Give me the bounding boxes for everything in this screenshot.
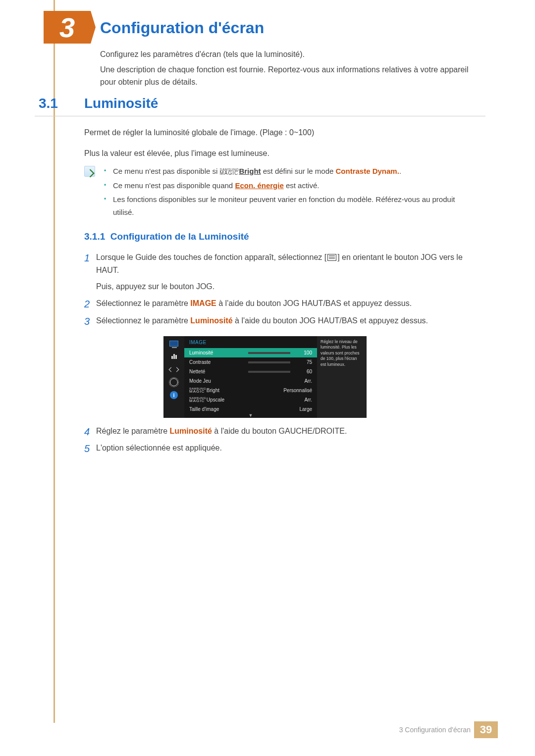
step-number: 2 — [84, 296, 90, 312]
footer-chapter-label: 3 Configuration d'écran — [399, 726, 471, 734]
note1-pre: Ce menu n'est pas disponible si — [113, 167, 220, 175]
osd-row-magic-bright[interactable]: SAMSUNGMAGICBright Personnalisé — [184, 386, 317, 395]
step2-text-a: Sélectionnez le paramètre — [96, 299, 190, 307]
section-number: 3.1 — [39, 96, 58, 111]
step2-text-b: à l'aide du bouton JOG HAUT/BAS et appuy… — [216, 299, 412, 307]
section-rule — [35, 116, 485, 116]
step-4: 4 Réglez le paramètre Luminosité à l'aid… — [84, 425, 481, 438]
osd-slider[interactable] — [248, 352, 290, 354]
intro-paragraph-1: Configurez les paramètres d'écran (tels … — [100, 49, 477, 61]
note2-link: Econ. énergie — [235, 181, 283, 190]
osd-row-label: Luminosité — [189, 349, 248, 357]
osd-row-nettete[interactable]: Netteté 60 — [184, 367, 317, 376]
subsection-number: 3.1.1 — [84, 231, 105, 242]
osd-row-value: 100 — [293, 349, 312, 357]
osd-icon-column: i — [163, 336, 184, 418]
step-number: 4 — [84, 424, 90, 440]
step4-text-b: à l'aide du bouton GAUCHE/DROITE. — [212, 427, 347, 435]
note-list: Ce menu n'est pas disponible si SAMSUNGM… — [104, 165, 476, 220]
osd-row-mode-jeu[interactable]: Mode Jeu Arr. — [184, 376, 317, 386]
step-2: 2 Sélectionnez le paramètre IMAGE à l'ai… — [84, 297, 481, 310]
osd-slider[interactable] — [248, 371, 290, 373]
step4-highlight: Luminosité — [170, 427, 212, 435]
step4-text-a: Réglez le paramètre — [96, 427, 170, 435]
osd-row-label: SAMSUNGMAGICBright — [189, 387, 253, 395]
osd-row-label: SAMSUNGMAGICUpscale — [189, 396, 253, 404]
note2-end: est activé. — [284, 181, 320, 190]
note2-pre: Ce menu n'est pas disponible quand — [113, 181, 235, 190]
step3-text-b: à l'aide du bouton JOG HAUT/BAS et appuy… — [233, 316, 428, 325]
osd-slider[interactable] — [248, 361, 290, 363]
osd-row-value: Personnalisé — [253, 387, 312, 395]
step1-text-a: Lorsque le Guide des touches de fonction… — [96, 253, 326, 261]
osd-row-magic-upscale[interactable]: SAMSUNGMAGICUpscale Arr. — [184, 395, 317, 404]
step-5: 5 L'option sélectionnée est appliquée. — [84, 442, 481, 454]
step-number: 1 — [84, 250, 90, 266]
body-paragraph-1: Permet de régler la luminosité globale d… — [84, 126, 481, 139]
osd-main: IMAGE Luminosité 100 Contraste 75 Nettet… — [184, 336, 317, 418]
osd-row-contraste[interactable]: Contraste 75 — [184, 357, 317, 367]
step1-text-c: Puis, appuyez sur le bouton JOG. — [96, 280, 481, 293]
step-1: 1 Lorsque le Guide des touches de foncti… — [84, 251, 481, 293]
steps-list: 1 Lorsque le Guide des touches de foncti… — [84, 251, 481, 459]
osd-row-value: Arr. — [253, 377, 312, 386]
step3-highlight: Luminosité — [190, 316, 232, 325]
body-paragraph-2: Plus la valeur est élevée, plus l'image … — [84, 147, 481, 160]
screen-icon — [168, 339, 179, 348]
menu-icon — [327, 254, 336, 261]
osd-rows: Luminosité 100 Contraste 75 Netteté 60 M… — [184, 348, 317, 414]
info-icon: i — [168, 391, 179, 400]
osd-row-label: Netteté — [189, 368, 248, 376]
step-3: 3 Sélectionnez le paramètre Luminosité à… — [84, 314, 481, 327]
osd-header: IMAGE — [184, 336, 317, 349]
note1-mid: est défini sur le mode — [261, 167, 336, 175]
step2-highlight: IMAGE — [190, 299, 216, 307]
note-icon — [84, 166, 95, 177]
osd-row-value: 60 — [293, 368, 312, 376]
osd-panel: i IMAGE Luminosité 100 Contraste 75 Nett… — [163, 336, 367, 418]
step3-text-a: Sélectionnez le paramètre — [96, 316, 190, 325]
chapter-intro: Configurez les paramètres d'écran (tels … — [100, 49, 477, 88]
chapter-number-badge: 3 — [44, 11, 91, 44]
osd-row-value: 75 — [293, 358, 312, 367]
intro-paragraph-2: Une description de chaque fonction est f… — [100, 64, 477, 89]
note-item-3: Les fonctions disponibles sur le moniteu… — [104, 193, 476, 218]
gear-icon — [168, 378, 179, 387]
note1-mode: Contraste Dynam. — [336, 167, 399, 175]
note-item-2: Ce menu n'est pas disponible quand Econ.… — [104, 179, 476, 192]
osd-row-value: Arr. — [253, 396, 312, 404]
osd-row-luminosite[interactable]: Luminosité 100 — [184, 348, 317, 357]
step-number: 3 — [84, 313, 90, 330]
subsection-title: Configuration de la Luminosité — [110, 231, 249, 242]
note-item-1: Ce menu n'est pas disponible si SAMSUNGM… — [104, 165, 476, 178]
step-number: 5 — [84, 441, 90, 457]
page-number-badge: 39 — [474, 721, 498, 738]
osd-row-label: Mode Jeu — [189, 377, 253, 386]
resize-icon — [168, 365, 179, 374]
subsection-heading: 3.1.1 Configuration de la Luminosité — [84, 231, 249, 242]
osd-row-label: Contraste — [189, 358, 248, 367]
samsung-magic-inline: SAMSUNGMAGIC — [220, 168, 239, 175]
note1-end: . — [399, 167, 401, 175]
bars-icon — [168, 352, 179, 361]
osd-down-caret-icon: ▼ — [184, 412, 317, 420]
osd-tooltip: Réglez le niveau de luminosité. Plus les… — [317, 336, 367, 418]
note1-bright: Bright — [239, 167, 261, 175]
section-title: Luminosité — [84, 96, 158, 111]
section-body: Permet de régler la luminosité globale d… — [84, 126, 481, 159]
chapter-title: Configuration d'écran — [100, 19, 264, 37]
step5-text: L'option sélectionnée est appliquée. — [96, 444, 222, 452]
